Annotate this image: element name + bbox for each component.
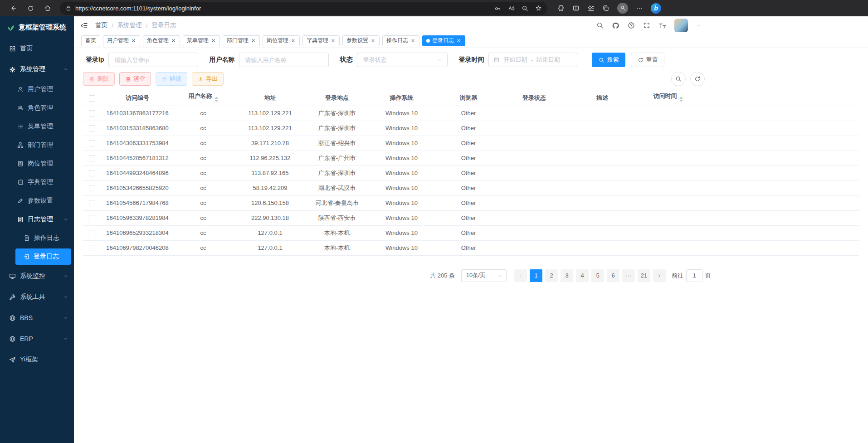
- close-icon[interactable]: [131, 38, 136, 43]
- row-checkbox[interactable]: [89, 170, 95, 176]
- end-date-placeholder[interactable]: 结束日期: [536, 56, 560, 64]
- sidebar-item-role-mgmt[interactable]: 角色管理: [0, 98, 74, 117]
- tab-menu-mgmt[interactable]: 菜单管理: [183, 35, 220, 46]
- sidebar-item-system-mgmt[interactable]: 系统管理: [0, 59, 74, 80]
- sidebar-item-login-log[interactable]: 登录日志: [15, 248, 71, 265]
- sidebar-item-home[interactable]: 首页: [0, 38, 74, 59]
- search-button[interactable]: 搜索: [592, 53, 625, 67]
- table-row[interactable]: 1641031367863177216 cc 113.102.129.221 广…: [83, 106, 859, 121]
- table-row[interactable]: 1641031533185863680 cc 113.102.129.221 广…: [83, 121, 859, 136]
- status-select[interactable]: 登录状态: [357, 53, 448, 67]
- close-icon[interactable]: [211, 38, 216, 43]
- sidebar-item-user-mgmt[interactable]: 用户管理: [0, 80, 74, 98]
- date-range-picker[interactable]: 开始日期 - 结束日期: [488, 53, 577, 67]
- row-checkbox[interactable]: [89, 110, 95, 117]
- sidebar-toggle-icon[interactable]: [80, 22, 88, 29]
- table-row[interactable]: 1641044993248464896 cc 113.87.92.165 广东省…: [83, 166, 859, 180]
- sidebar-item-dept-mgmt[interactable]: 部门管理: [0, 136, 74, 154]
- row-checkbox[interactable]: [89, 215, 95, 221]
- address-bar[interactable]: https://ccnetcore.com:1101/system/log/lo…: [60, 2, 547, 15]
- browser-menu-dots-icon[interactable]: [636, 5, 643, 12]
- breadcrumb-home[interactable]: 首页: [95, 21, 107, 29]
- zoom-out-icon[interactable]: [522, 5, 528, 12]
- page-button-3[interactable]: 3: [561, 269, 573, 282]
- tab-dict-mgmt[interactable]: 字典管理: [302, 35, 340, 46]
- export-button[interactable]: 导出: [192, 72, 224, 86]
- font-size-icon[interactable]: [658, 22, 666, 29]
- page-button-4[interactable]: 4: [576, 269, 589, 282]
- sidebar-item-menu-mgmt[interactable]: 菜单管理: [0, 117, 74, 136]
- add-favorite-star-icon[interactable]: [535, 5, 542, 12]
- close-icon[interactable]: [371, 38, 375, 43]
- ip-input[interactable]: [108, 53, 198, 67]
- row-checkbox[interactable]: [89, 185, 95, 191]
- table-row[interactable]: 1641059633978281984 cc 222.90.130.18 陕西省…: [83, 210, 859, 225]
- github-icon[interactable]: [612, 22, 619, 29]
- row-checkbox[interactable]: [89, 140, 95, 146]
- reset-button[interactable]: 重置: [631, 53, 664, 67]
- tab-dept-mgmt[interactable]: 部门管理: [223, 35, 260, 46]
- browser-profile-avatar[interactable]: [617, 3, 628, 14]
- sidebar-item-erp[interactable]: ERP: [0, 328, 74, 349]
- sort-icon[interactable]: [679, 95, 683, 104]
- sidebar-item-system-tools[interactable]: 系统工具: [0, 287, 74, 307]
- row-checkbox[interactable]: [89, 155, 95, 161]
- table-row[interactable]: 1641054566717984768 cc 120.6.150.158 河北省…: [83, 195, 859, 210]
- close-icon[interactable]: [456, 38, 461, 43]
- password-key-icon[interactable]: [494, 5, 501, 12]
- sidebar-item-yi-framework[interactable]: Yi框架: [0, 349, 74, 370]
- close-icon[interactable]: [331, 38, 336, 43]
- close-icon[interactable]: [291, 38, 296, 43]
- browser-home-button[interactable]: [41, 1, 54, 15]
- sidebar-item-bbs[interactable]: BBS: [0, 307, 74, 328]
- close-icon[interactable]: [410, 38, 415, 43]
- url-text[interactable]: https://ccnetcore.com:1101/system/log/lo…: [75, 5, 491, 12]
- fullscreen-icon[interactable]: [643, 22, 650, 29]
- goto-page-input[interactable]: [686, 269, 702, 282]
- row-checkbox[interactable]: [89, 200, 95, 206]
- table-row[interactable]: 1641043063331753984 cc 39.171.210.78 浙江省…: [83, 136, 859, 151]
- read-aloud-icon[interactable]: [508, 5, 515, 12]
- delete-button[interactable]: 删除: [83, 72, 115, 86]
- more-pages-button[interactable]: ···: [622, 269, 635, 282]
- header-search-icon[interactable]: [596, 22, 604, 29]
- help-question-icon[interactable]: [628, 22, 635, 29]
- page-button-21[interactable]: 21: [638, 269, 650, 282]
- close-icon[interactable]: [251, 38, 256, 43]
- row-checkbox[interactable]: [89, 125, 95, 131]
- page-button-5[interactable]: 5: [591, 269, 604, 282]
- favorites-bar-icon[interactable]: [587, 5, 595, 12]
- next-page-button[interactable]: [653, 269, 666, 282]
- sidebar-item-log-mgmt[interactable]: 日志管理: [0, 210, 74, 229]
- collections-icon[interactable]: [602, 5, 610, 12]
- refresh-table-button[interactable]: [690, 72, 705, 86]
- page-size-select[interactable]: 10条/页: [461, 269, 507, 282]
- tab-role-mgmt[interactable]: 角色管理: [143, 35, 180, 46]
- chevron-down-icon[interactable]: [696, 23, 701, 28]
- clear-button[interactable]: 清空: [119, 72, 151, 86]
- tab-param-settings[interactable]: 参数设置: [342, 35, 380, 46]
- prev-page-button[interactable]: [514, 269, 527, 282]
- username-input[interactable]: [239, 53, 329, 67]
- page-button-2[interactable]: 2: [545, 269, 558, 282]
- close-icon[interactable]: [171, 38, 176, 43]
- browser-back-button[interactable]: [6, 1, 20, 15]
- row-checkbox[interactable]: [89, 230, 95, 236]
- tab-login-log[interactable]: 登录日志: [422, 35, 465, 46]
- sort-icon[interactable]: [215, 95, 218, 104]
- extensions-puzzle-icon[interactable]: [557, 5, 565, 12]
- tab-post-mgmt[interactable]: 岗位管理: [263, 35, 300, 46]
- sidebar-item-post-mgmt[interactable]: 岗位管理: [0, 154, 74, 173]
- tab-user-mgmt[interactable]: 用户管理: [103, 35, 140, 46]
- row-checkbox[interactable]: [89, 245, 95, 251]
- bing-chat-icon[interactable]: b: [651, 3, 661, 14]
- user-avatar[interactable]: [674, 19, 688, 32]
- toggle-search-button[interactable]: [671, 72, 686, 86]
- sidebar-item-dict-mgmt[interactable]: 字典管理: [0, 173, 74, 191]
- col-username[interactable]: 用户名称: [174, 91, 233, 106]
- select-all-checkbox[interactable]: [89, 95, 95, 102]
- sidebar-item-system-monitor[interactable]: 系统监控: [0, 266, 74, 287]
- col-visit-time[interactable]: 访问时间: [636, 91, 700, 106]
- table-row[interactable]: 1641053426655825920 cc 58.19.42.209 湖北省-…: [83, 180, 859, 195]
- page-button-6[interactable]: 6: [607, 269, 619, 282]
